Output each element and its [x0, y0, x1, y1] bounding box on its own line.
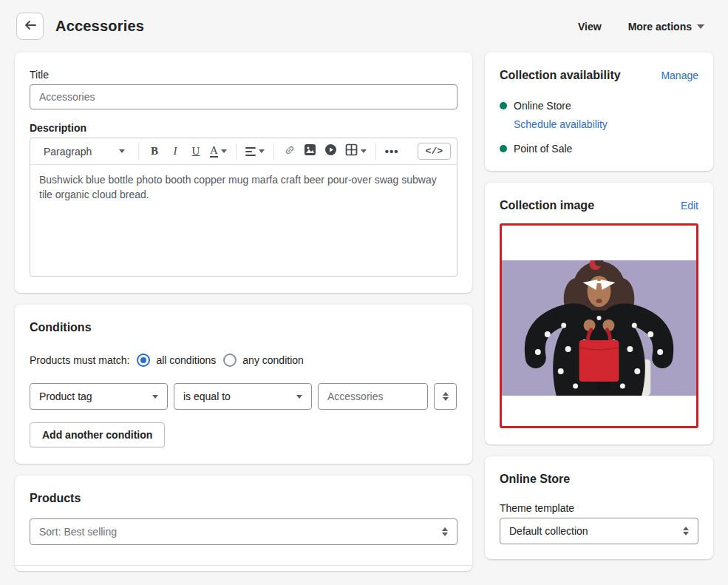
conditions-card: Conditions Products must match: all cond… [15, 305, 472, 464]
overflow-menu-icon: ••• [385, 145, 399, 158]
title-label: Title [30, 69, 457, 81]
channel-name: Point of Sale [514, 143, 572, 155]
toolbar-divider [375, 143, 376, 160]
more-actions-label: More actions [628, 21, 692, 33]
theme-template-select[interactable]: Default collection [500, 518, 698, 544]
products-heading: Products [30, 492, 457, 505]
products-card: Products Sort: Best selling [15, 476, 472, 571]
online-store-card: Online Store Theme template Default coll… [485, 456, 713, 559]
sort-value: Sort: Best selling [39, 526, 117, 538]
insert-image-button[interactable] [301, 142, 320, 161]
chevron-down-icon [259, 149, 265, 153]
chevron-down-icon [296, 395, 302, 399]
active-status-dot-icon [500, 145, 507, 152]
insert-link-button[interactable] [280, 142, 299, 161]
arrow-left-icon [24, 18, 37, 34]
insert-video-button[interactable] [322, 142, 341, 161]
link-icon [284, 144, 296, 159]
schedule-availability-link[interactable]: Schedule availability [514, 118, 608, 130]
page-content: Title Description Paragraph B [0, 51, 728, 571]
toolbar-divider [138, 143, 139, 160]
italic-icon: I [174, 145, 177, 158]
radio-all-conditions[interactable]: all conditions [137, 354, 216, 367]
online-store-heading: Online Store [500, 473, 698, 486]
rule-field-select[interactable]: Product tag [30, 383, 168, 410]
main-column: Title Description Paragraph B [15, 53, 472, 571]
paragraph-style-select[interactable]: Paragraph [36, 143, 132, 160]
channel-point-of-sale: Point of Sale [500, 143, 698, 155]
view-button[interactable]: View [571, 16, 609, 37]
condition-rule-row: Product tag is equal to [30, 383, 457, 410]
collection-image-heading: Collection image [500, 199, 594, 212]
align-left-icon [245, 147, 256, 156]
chevron-down-icon [221, 149, 227, 153]
more-formatting-button[interactable]: ••• [382, 142, 402, 161]
more-actions-button[interactable]: More actions [621, 16, 712, 37]
text-color-button[interactable]: A [207, 142, 230, 161]
toolbar-divider [273, 143, 274, 160]
card-divider [15, 565, 472, 566]
paragraph-style-label: Paragraph [44, 146, 112, 158]
conditions-heading: Conditions [30, 321, 457, 334]
edit-image-link[interactable]: Edit [681, 200, 698, 212]
collection-detail-page: Accessories View More actions Title Desc… [0, 0, 728, 585]
availability-card: Collection availability Manage Online St… [485, 53, 713, 171]
collection-image-selected[interactable] [500, 223, 698, 428]
radio-all-label: all conditions [156, 354, 216, 366]
radio-unselected-icon [223, 354, 237, 367]
updown-arrows-icon [683, 527, 689, 535]
updown-arrows-icon [443, 392, 449, 401]
channel-online-store-sub: Schedule availability [514, 118, 698, 130]
italic-button[interactable]: I [166, 142, 185, 161]
description-editor: Paragraph B I U [30, 138, 457, 277]
collection-image-head-row: Collection image Edit [500, 199, 698, 212]
updown-arrows-icon [442, 527, 448, 536]
sort-select[interactable]: Sort: Best selling [30, 518, 457, 545]
match-row: Products must match: all conditions any … [30, 354, 457, 367]
toolbar-divider [236, 143, 237, 160]
rule-operator-value: is equal to [183, 390, 231, 402]
bold-icon: B [151, 145, 158, 158]
rule-field-value: Product tag [39, 390, 92, 402]
radio-selected-icon [137, 354, 150, 367]
show-html-button[interactable]: </> [418, 143, 451, 160]
underline-button[interactable]: U [186, 142, 205, 161]
availability-head-row: Collection availability Manage [500, 69, 698, 82]
page-title: Accessories [55, 18, 144, 35]
text-color-icon: A [210, 145, 218, 158]
bold-button[interactable]: B [145, 142, 164, 161]
availability-heading: Collection availability [500, 69, 621, 82]
theme-template-value: Default collection [509, 525, 588, 537]
manage-link[interactable]: Manage [661, 70, 698, 81]
channel-online-store: Online Store [500, 100, 698, 112]
rule-value-input[interactable] [318, 383, 428, 410]
chevron-down-icon [697, 24, 704, 29]
rule-value-stepper[interactable] [434, 383, 457, 410]
chevron-down-icon [119, 149, 125, 153]
collection-photo [502, 260, 696, 396]
image-icon [304, 143, 316, 159]
table-icon [345, 143, 358, 159]
back-button[interactable] [16, 13, 44, 40]
channel-name: Online Store [514, 100, 571, 112]
description-label: Description [30, 122, 457, 134]
insert-table-button[interactable] [342, 142, 370, 161]
radio-any-label: any condition [242, 354, 304, 366]
side-column: Collection availability Manage Online St… [485, 53, 713, 559]
description-text-area[interactable]: Bushwick blue bottle photo booth copper … [30, 165, 457, 276]
view-button-label: View [578, 21, 602, 33]
rule-operator-select[interactable]: is equal to [174, 383, 312, 410]
match-label: Products must match: [30, 354, 129, 366]
add-condition-button[interactable]: Add another condition [30, 422, 165, 447]
video-icon [324, 143, 337, 159]
chevron-down-icon [152, 395, 158, 399]
editor-toolbar: Paragraph B I U [30, 138, 457, 165]
theme-template-label: Theme template [500, 502, 698, 514]
page-header: Accessories View More actions [0, 0, 728, 51]
underline-icon: U [192, 145, 200, 158]
chevron-down-icon [361, 149, 367, 153]
alignment-button[interactable] [242, 142, 268, 161]
collection-image-card: Collection image Edit [485, 183, 713, 444]
radio-any-condition[interactable]: any condition [223, 354, 304, 367]
title-input[interactable] [30, 84, 457, 109]
